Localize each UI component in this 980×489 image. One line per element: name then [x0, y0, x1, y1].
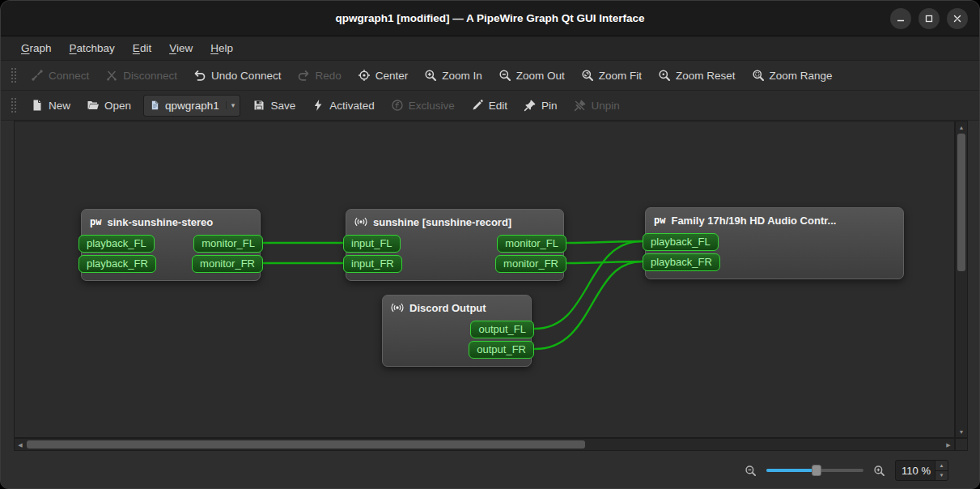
toolbar-file: New Open qpwgraph1 ▾ Save Activate [1, 91, 979, 121]
port-input[interactable]: playback_FL [643, 233, 719, 251]
maximize-button[interactable] [918, 8, 940, 29]
menu-help[interactable]: Help [202, 39, 242, 57]
edit-pencil-icon [471, 99, 484, 112]
zoom-spinbox[interactable]: 110 % ▲ ▼ [895, 460, 948, 481]
menu-graph[interactable]: Graph [12, 39, 61, 57]
scroll-down-arrow-icon[interactable]: ▼ [956, 426, 967, 437]
broadcast-icon [354, 215, 367, 228]
zoom-in-icon[interactable] [873, 465, 885, 477]
unpin-button[interactable]: Unpin [566, 95, 627, 116]
zoom-out-button[interactable]: Zoom Out [491, 65, 572, 86]
port-input[interactable]: input_FL [343, 235, 401, 253]
pin-icon [524, 99, 537, 112]
port-output[interactable]: monitor_FL [497, 235, 566, 253]
scrollbar-corner [955, 438, 968, 451]
scroll-up-arrow-icon[interactable]: ▲ [956, 121, 967, 133]
spin-up-icon[interactable]: ▲ [935, 461, 948, 471]
window-title: qpwgraph1 [modified] — A PipeWire Graph … [335, 12, 644, 24]
menu-patchbay[interactable]: Patchbay [61, 39, 124, 57]
zoom-slider-handle[interactable] [812, 465, 821, 476]
node-family-hd-audio[interactable]: pw Family 17h/19h HD Audio Contr... play… [645, 207, 904, 279]
node-header: pw sink-sunshine-stereo [82, 210, 260, 232]
port-input[interactable]: playback_FR [643, 253, 720, 271]
toolbar-drag-handle[interactable] [11, 67, 17, 83]
port-input[interactable]: input_FR [343, 255, 402, 273]
activated-lightning-icon [312, 99, 325, 112]
close-button[interactable] [947, 8, 968, 29]
minimize-button[interactable] [890, 8, 911, 29]
titlebar: qpwgraph1 [modified] — A PipeWire Graph … [1, 1, 979, 36]
spin-down-icon[interactable]: ▼ [935, 471, 948, 481]
node-sunshine[interactable]: sunshine [sunshine-record] input_FL moni… [346, 209, 564, 281]
disconnect-button[interactable]: Disconnect [98, 65, 185, 86]
zoom-range-icon [752, 69, 765, 82]
node-header: sunshine [sunshine-record] [346, 210, 563, 232]
minimize-icon [896, 14, 906, 23]
zoom-in-icon [424, 69, 437, 82]
horizontal-scrollbar[interactable]: ◀ ▶ [14, 438, 955, 451]
exclusive-icon [391, 99, 404, 112]
node-discord-output[interactable]: Discord Output output_FL output_FR [382, 295, 532, 367]
activated-toggle[interactable]: Activated [304, 95, 382, 116]
port-input[interactable]: playback_FR [78, 255, 156, 273]
save-button[interactable]: Save [245, 95, 303, 116]
port-output[interactable]: monitor_FR [192, 255, 263, 273]
port-output[interactable]: output_FR [469, 341, 534, 359]
unpin-icon [574, 99, 587, 112]
session-combo-value: qpwgraph1 [165, 100, 219, 112]
session-file-icon [150, 100, 160, 111]
menu-view[interactable]: View [160, 39, 202, 57]
connect-icon [31, 69, 44, 82]
connect-button[interactable]: Connect [23, 65, 96, 86]
session-combo[interactable]: qpwgraph1 ▾ [143, 95, 240, 117]
zoom-fit-button[interactable]: Zoom Fit [574, 65, 649, 86]
port-output[interactable]: output_FL [470, 321, 534, 338]
combo-caret-icon[interactable]: ▾ [226, 101, 235, 109]
new-file-icon [31, 99, 44, 112]
node-sink-sunshine-stereo[interactable]: pw sink-sunshine-stereo playback_FL moni… [81, 209, 261, 281]
horizontal-scroll-thumb[interactable] [27, 440, 585, 449]
pipewire-icon: pw [90, 217, 101, 227]
pipewire-icon: pw [654, 215, 665, 225]
port-output[interactable]: monitor_FL [193, 235, 263, 253]
statusbar: 110 % ▲ ▼ [1, 451, 979, 489]
undo-connect-button[interactable]: Undo Connect [186, 65, 288, 86]
zoom-reset-button[interactable]: Zoom Reset [651, 65, 743, 86]
zoom-spinbox-value[interactable]: 110 % [896, 461, 935, 480]
zoom-reset-icon [658, 69, 671, 82]
center-button[interactable]: Center [350, 65, 416, 86]
zoom-slider[interactable] [766, 463, 863, 478]
vertical-scroll-thumb[interactable] [957, 134, 965, 271]
zoom-out-icon[interactable] [745, 465, 757, 477]
node-title-text: sunshine [sunshine-record] [373, 216, 511, 228]
port-output[interactable]: monitor_FR [495, 255, 566, 273]
pin-button[interactable]: Pin [516, 95, 565, 116]
exclusive-toggle[interactable]: Exclusive [384, 95, 462, 116]
port-input[interactable]: playback_FL [78, 235, 155, 253]
redo-button[interactable]: Redo [290, 65, 348, 86]
zoom-spin-arrows: ▲ ▼ [935, 461, 948, 480]
zoom-in-button[interactable]: Zoom In [417, 65, 490, 86]
graph-viewport[interactable]: pw sink-sunshine-stereo playback_FL moni… [14, 121, 955, 438]
node-header: Discord Output [383, 296, 531, 318]
zoom-slider-fill [766, 469, 817, 472]
node-title-text: Family 17h/19h HD Audio Contr... [671, 215, 836, 227]
scroll-right-arrow-icon[interactable]: ▶ [943, 439, 954, 450]
center-icon [358, 69, 371, 82]
zoom-fit-icon [581, 69, 594, 82]
toolbar-drag-handle[interactable] [11, 97, 17, 113]
zoom-range-button[interactable]: Zoom Range [745, 65, 840, 86]
scroll-left-arrow-icon[interactable]: ◀ [15, 439, 26, 450]
redo-icon [297, 69, 310, 82]
edit-toggle[interactable]: Edit [464, 95, 515, 116]
app-window: qpwgraph1 [modified] — A PipeWire Graph … [0, 0, 980, 489]
node-title-text: sink-sunshine-stereo [107, 216, 213, 228]
new-button[interactable]: New [23, 95, 78, 116]
undo-icon [193, 69, 206, 82]
open-button[interactable]: Open [79, 95, 138, 116]
menubar: Graph Patchbay Edit View Help [1, 36, 979, 61]
broadcast-icon [391, 301, 404, 314]
vertical-scrollbar[interactable]: ▲ ▼ [955, 121, 968, 438]
close-icon [952, 14, 962, 23]
menu-edit[interactable]: Edit [124, 39, 160, 57]
